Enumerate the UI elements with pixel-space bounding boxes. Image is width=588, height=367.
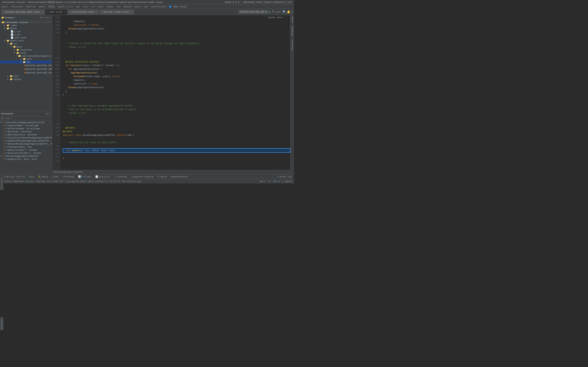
- tree-spark03[interactable]: ● Spark03_SparkSQL_UDAF: [0, 71, 52, 75]
- sort-icon[interactable]: ↕: [45, 113, 46, 115]
- tab-udaf-close[interactable]: ✕: [64, 11, 65, 13]
- anon-icon[interactable]: ◎: [8, 117, 9, 120]
- tab-spark03-close[interactable]: ✕: [42, 11, 43, 13]
- tab-pom[interactable]: m pom.xml (spark-core) ✕: [100, 9, 134, 15]
- config-dropdown[interactable]: Spark02_SparkSQL_UDF ▼: [238, 10, 268, 14]
- down-arrow-icon[interactable]: ↓: [11, 117, 13, 120]
- nav-apache[interactable]: apache: [123, 6, 131, 8]
- struct-deterministic[interactable]: ⬡ m deterministic: Boolean: [0, 133, 52, 136]
- expand-all-icon[interactable]: ≡: [43, 17, 44, 19]
- nav-pkg[interactable]: 安装包: [48, 5, 55, 8]
- tree-src[interactable]: ▼ 📁 src: [0, 42, 52, 45]
- nav-udaf[interactable]: 🔷 udaf.scala: [169, 5, 187, 8]
- help-icon[interactable]: ?: [291, 10, 293, 14]
- build-icon[interactable]: 🔨: [272, 10, 275, 13]
- tree-root[interactable]: ▼ 📁 chenyunde-classse ~/Desktop/chenyund…: [0, 21, 52, 24]
- nav-scala[interactable]: scala: [107, 6, 113, 8]
- nav-main[interactable]: main: [98, 6, 104, 8]
- settings-icon[interactable]: ⚙: [47, 16, 49, 19]
- up-arrow-icon[interactable]: ↑: [10, 117, 11, 120]
- tree-2txt[interactable]: 📄 2.txt: [0, 33, 52, 36]
- reader-mode-button[interactable]: Reader Mode ✓: [268, 16, 284, 19]
- run-button[interactable]: ▶: [269, 10, 271, 14]
- struct-inputschema[interactable]: ⬡ m inputSchema: StructType: [0, 124, 52, 127]
- sync-icon[interactable]: ⟳: [40, 16, 42, 19]
- tree-datas[interactable]: ▼ 📁 datas: [0, 27, 52, 30]
- line-sep[interactable]: LF: [268, 180, 271, 183]
- search-icon[interactable]: 🔍: [283, 10, 286, 14]
- nav-desktop[interactable]: Desktop: [26, 6, 35, 8]
- indent[interactable]: 2 spaces: [282, 180, 292, 183]
- tree-main[interactable]: ▼ 📁 main: [0, 45, 52, 48]
- nav-spark300[interactable]: spark-3.0.0: [58, 6, 73, 8]
- statistic-btn[interactable]: 📈 Statistic: [94, 175, 112, 178]
- nav-src[interactable]: src: [91, 6, 95, 8]
- tab-pom-close[interactable]: ✕: [131, 11, 132, 13]
- struct-update[interactable]: ⬡ m update(MutableAggregationBuffer, Row…: [0, 139, 52, 142]
- tree-sparkcore[interactable]: ▼ 📁 spark-core: [0, 39, 52, 42]
- update-icon[interactable]: ↻: [276, 10, 277, 13]
- struct-apply[interactable]: ⬡ m apply(Column*): Column: [0, 149, 52, 151]
- terminal-btn[interactable]: ⬛ Terminal: [112, 175, 129, 178]
- right-tab-maven[interactable]: Maven: [291, 15, 294, 25]
- struct-datatype[interactable]: ⬡ m dataType: DataType: [0, 130, 52, 133]
- tree-target[interactable]: ▶ 📁 target: [0, 78, 52, 81]
- tab-spark03[interactable]: ● Spark03_SparkSQL_UDAF.scala ✕: [1, 9, 44, 15]
- tab-structfield-close[interactable]: ✕: [96, 11, 97, 13]
- tree-idea[interactable]: ▶ 📁 .idea: [0, 24, 52, 27]
- tree-scala[interactable]: ▼ 📁 scala: [0, 51, 52, 54]
- tree-userjson[interactable]: 📄 user.json: [0, 36, 52, 39]
- build-btn[interactable]: 🔨 Build: [156, 175, 169, 178]
- nav-core[interactable]: core: [83, 6, 88, 8]
- sequence-diagram-btn[interactable]: ↔ Sequence Diagram: [130, 175, 155, 178]
- back-icon[interactable]: ←: [280, 11, 282, 13]
- dependencies-btn[interactable]: ⊞ Dependencies: [169, 175, 190, 178]
- profiler-btn[interactable]: 📊 Profiler: [77, 175, 93, 178]
- right-tab-database[interactable]: Database: [291, 25, 294, 38]
- nav-spark[interactable]: spark: [38, 6, 45, 8]
- filter-icon[interactable]: ⊞: [47, 112, 49, 115]
- structure-vtab[interactable]: Structure: [0, 177, 4, 184]
- tree-spark01[interactable]: ● Spark01_SparkSQL_Basic: [0, 64, 52, 67]
- expand-struct-icon[interactable]: ↕: [4, 117, 6, 120]
- collapse-icon[interactable]: ⬆: [45, 16, 46, 19]
- encoding[interactable]: UTF-8: [273, 180, 280, 183]
- tab-structfield[interactable]: ⬡ StructField.class ✕: [68, 9, 99, 15]
- nav-spark2[interactable]: spark: [134, 6, 141, 8]
- tree-sql[interactable]: ▼ 📁 sql: [0, 60, 52, 64]
- sort-alpha-icon[interactable]: AZ: [1, 117, 3, 120]
- version-control-btn[interactable]: ⎇ Version Control: [1, 175, 27, 178]
- struct-udaf-class[interactable]: ▼ ⬡ m UserDefinedAggregateFunction: [0, 121, 52, 124]
- struct-initialize[interactable]: ⬡ m initialize(MutableAggregationBuffer)…: [0, 136, 52, 139]
- debug-btn[interactable]: 🐛 Debug: [36, 175, 50, 178]
- nav-users[interactable]: Users: [1, 6, 8, 8]
- event-log-btn[interactable]: ⓘ Event Log: [276, 175, 293, 178]
- nav-expressions[interactable]: expressions: [151, 6, 166, 8]
- struct-collapse-icon[interactable]: —: [49, 113, 51, 115]
- filter-struct-icon[interactable]: ⊡: [6, 117, 8, 120]
- right-tab-hierarchy[interactable]: Hierarchy: [291, 38, 294, 52]
- struct-update-int[interactable]: ⬡ m update(Int, Any): Unit: [0, 158, 52, 161]
- struct-bufferschema[interactable]: ⬡ m bufferSchema: StructType: [0, 127, 52, 130]
- tree-test[interactable]: ▶ 📁 test: [0, 75, 52, 78]
- tree-1txt[interactable]: 📄 1.txt: [0, 30, 52, 33]
- nav-org[interactable]: org: [116, 6, 120, 8]
- more-icon[interactable]: ⚙: [278, 10, 279, 13]
- close-panel-icon[interactable]: —: [49, 17, 51, 19]
- struct-distinct[interactable]: ⬡ m distinct(Column*): Column: [0, 151, 52, 155]
- nav-sql[interactable]: sql: [76, 6, 80, 8]
- notification-icon[interactable]: 🔔: [287, 10, 290, 14]
- tree-pkg[interactable]: ▼ 📁 com.chenyunde.bigdata.spark: [0, 54, 52, 58]
- todo-btn[interactable]: ☑ TODO: [50, 175, 60, 178]
- tree-spark02[interactable]: ● Spark02_SparkSQL_UDF: [0, 67, 52, 71]
- problems-btn[interactable]: ⚠ Problems: [61, 175, 76, 178]
- nav-chenyunde[interactable]: chenyunde: [11, 6, 23, 8]
- nav-sql2[interactable]: sql: [144, 6, 148, 8]
- struct-evaluate[interactable]: ⬡ m evaluate(Row): Any: [0, 145, 52, 149]
- struct-mab-class[interactable]: ▼ ⬡ m MutableAggregationBuffer: [0, 155, 52, 158]
- tab-udaf[interactable]: ◆ udaf.scala ✕: [45, 9, 67, 15]
- run-btn[interactable]: ▶ Run: [27, 175, 36, 178]
- struct-merge[interactable]: ⬡ m merge(MutableAggregationBuffer, Row)…: [0, 142, 52, 145]
- tree-core[interactable]: ▶ 📁 core: [0, 58, 52, 60]
- code-area[interactable]: 137 138 139 140 141 148 149 150 151 152 …: [52, 15, 290, 170]
